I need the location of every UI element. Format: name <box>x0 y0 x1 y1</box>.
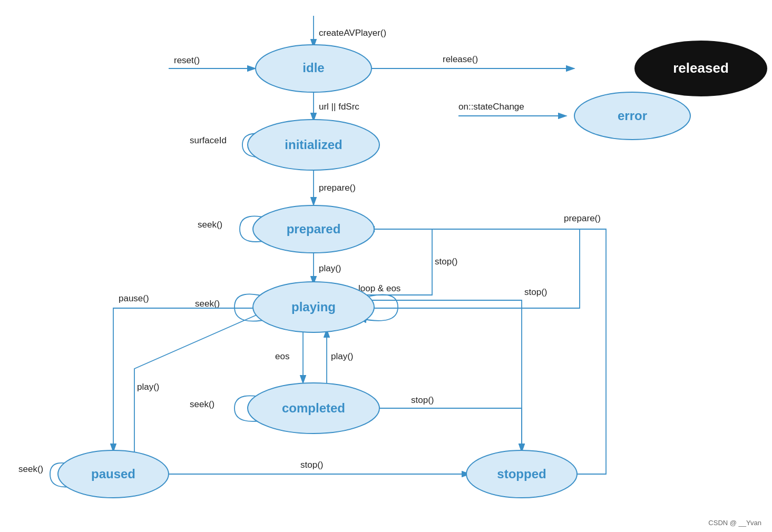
svg-text:seek(): seek() <box>190 399 214 409</box>
svg-text:pause(): pause() <box>119 293 149 303</box>
svg-text:prepare(): prepare() <box>319 183 356 193</box>
svg-text:playing: playing <box>291 300 336 314</box>
svg-text:seek(): seek() <box>18 464 43 474</box>
svg-text:play(): play() <box>319 263 341 273</box>
svg-text:seek(): seek() <box>198 220 222 230</box>
svg-text:play(): play() <box>137 382 160 392</box>
svg-text:release(): release() <box>443 54 478 64</box>
svg-text:idle: idle <box>302 61 324 75</box>
svg-text:prepare(): prepare() <box>564 213 601 223</box>
svg-text:play(): play() <box>331 351 354 361</box>
svg-text:stopped: stopped <box>497 467 546 481</box>
svg-text:loop & eos: loop & eos <box>358 283 400 293</box>
svg-text:released: released <box>673 60 729 76</box>
svg-text:on::stateChange: on::stateChange <box>458 102 524 112</box>
watermark: CSDN @ __Yvan <box>708 519 761 527</box>
svg-text:seek(): seek() <box>195 299 220 309</box>
svg-text:surfaceId: surfaceId <box>190 135 227 145</box>
svg-text:eos: eos <box>275 351 289 361</box>
svg-text:stop(): stop() <box>435 257 457 267</box>
svg-text:stop(): stop() <box>411 395 434 405</box>
svg-text:stop(): stop() <box>300 460 323 470</box>
svg-text:completed: completed <box>282 401 345 415</box>
svg-text:paused: paused <box>91 467 135 481</box>
svg-text:initialized: initialized <box>285 137 342 152</box>
svg-text:prepared: prepared <box>287 222 341 236</box>
svg-text:reset(): reset() <box>174 55 200 65</box>
svg-text:createAVPlayer(): createAVPlayer() <box>319 28 386 38</box>
svg-text:error: error <box>618 109 647 123</box>
svg-text:url || fdSrc: url || fdSrc <box>319 102 359 112</box>
svg-text:stop(): stop() <box>524 287 547 297</box>
